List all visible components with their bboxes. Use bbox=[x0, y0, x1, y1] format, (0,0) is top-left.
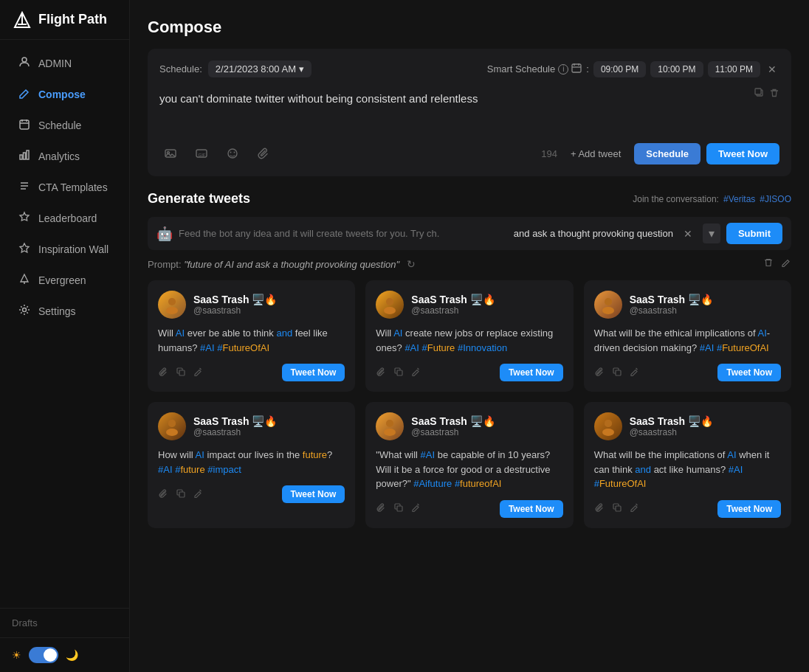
compose-icons: GIF bbox=[159, 142, 275, 164]
tweet-text[interactable]: you can't dominate twitter without being… bbox=[159, 91, 779, 108]
copy-tweet-icon[interactable] bbox=[612, 367, 622, 379]
hashtag-veritas[interactable]: #Veritas bbox=[723, 194, 755, 204]
sidebar-item-schedule[interactable]: Schedule bbox=[6, 111, 123, 140]
edit-tweet-icon[interactable] bbox=[411, 367, 421, 379]
smart-schedule-close[interactable]: ✕ bbox=[765, 63, 779, 75]
edit-tweet-icon[interactable] bbox=[630, 502, 640, 515]
delete-prompt-button[interactable] bbox=[763, 257, 774, 270]
prompt-bar: Prompt: "future of AI and ask a thought … bbox=[148, 257, 791, 270]
generate-input[interactable] bbox=[179, 228, 508, 239]
svg-point-38 bbox=[386, 298, 393, 305]
attach-tweet-icon[interactable] bbox=[376, 502, 386, 515]
edit-tweet-icon[interactable] bbox=[630, 367, 640, 379]
sidebar-item-analytics[interactable]: Analytics bbox=[6, 142, 123, 171]
join-conversation: Join the conversation: #Veritas #JISOO bbox=[633, 194, 791, 204]
calendar-icon[interactable] bbox=[571, 63, 582, 75]
time-badge-1[interactable]: 09:00 PM bbox=[593, 61, 646, 77]
generate-clear-button[interactable]: ✕ bbox=[679, 226, 697, 241]
edit-tweet-icon[interactable] bbox=[193, 488, 204, 501]
image-icon[interactable] bbox=[159, 142, 182, 164]
settings-icon bbox=[18, 304, 31, 319]
main-content: Compose Schedule: 2/21/2023 8:00 AM ▾ Sm… bbox=[130, 0, 809, 672]
moon-icon: 🌙 bbox=[66, 649, 78, 661]
attach-icon[interactable] bbox=[252, 142, 275, 164]
hashtag-jisoo[interactable]: #JISOO bbox=[760, 194, 791, 204]
copy-tweet-icon[interactable] bbox=[393, 367, 404, 379]
schedule-button[interactable]: Schedule bbox=[634, 143, 700, 164]
copy-tweet-icon[interactable] bbox=[176, 488, 186, 501]
sidebar-item-compose[interactable]: Compose bbox=[6, 80, 123, 109]
svg-point-48 bbox=[168, 420, 176, 427]
attach-tweet-icon[interactable] bbox=[158, 367, 168, 379]
tweet-card-now-button[interactable]: Tweet Now bbox=[717, 500, 781, 518]
tweet-handle: @saastrash bbox=[630, 427, 781, 437]
gif-icon[interactable]: GIF bbox=[190, 142, 213, 164]
tweet-card-header: SaaS Trash 🖥️🔥 @saastrash bbox=[158, 291, 345, 319]
sidebar-item-settings[interactable]: Settings bbox=[6, 297, 123, 326]
tweet-card-now-button[interactable]: Tweet Now bbox=[282, 485, 345, 503]
tweet-card-now-button[interactable]: Tweet Now bbox=[717, 364, 781, 381]
generate-dropdown-button[interactable]: ▾ bbox=[703, 224, 720, 243]
copy-tweet-icon[interactable] bbox=[393, 502, 404, 515]
edit-tweet-icon[interactable] bbox=[193, 367, 204, 379]
tweet-card-now-button[interactable]: Tweet Now bbox=[500, 364, 563, 381]
logo-icon bbox=[12, 10, 32, 30]
attach-tweet-icon[interactable] bbox=[376, 367, 386, 379]
theme-toggle[interactable] bbox=[29, 647, 58, 663]
schedule-date-picker[interactable]: 2/21/2023 8:00 AM ▾ bbox=[208, 60, 311, 77]
edit-tweet-icon[interactable] bbox=[411, 502, 421, 515]
svg-marker-14 bbox=[20, 243, 29, 252]
sidebar-item-label-evergreen: Evergreen bbox=[38, 274, 86, 286]
inspiration-wall-icon bbox=[18, 242, 31, 257]
copy-tweet-icon[interactable] bbox=[612, 502, 622, 515]
copy-tweet-icon[interactable] bbox=[176, 367, 186, 379]
svg-rect-10 bbox=[27, 150, 29, 159]
copy-icon[interactable] bbox=[754, 88, 765, 100]
schedule-left: Schedule: 2/21/2023 8:00 AM ▾ bbox=[159, 60, 311, 77]
tweet-body: What will be the implications of AI when… bbox=[594, 448, 781, 491]
tweet-footer: Tweet Now bbox=[594, 500, 781, 518]
tweet-card: SaaS Trash 🖥️🔥 @saastrash Will AI ever b… bbox=[148, 280, 355, 392]
sidebar-item-evergreen[interactable]: Evergreen bbox=[6, 266, 123, 295]
tweet-handle: @saastrash bbox=[411, 305, 562, 316]
tweet-body: What will be the ethical implications of… bbox=[594, 326, 781, 355]
tweet-user-info: SaaS Trash 🖥️🔥 @saastrash bbox=[193, 415, 345, 437]
tweet-card-now-button[interactable]: Tweet Now bbox=[500, 500, 563, 518]
time-badge-2[interactable]: 10:00 PM bbox=[650, 61, 703, 77]
attach-tweet-icon[interactable] bbox=[594, 367, 605, 379]
emoji-icon[interactable] bbox=[221, 142, 244, 164]
tweet-avatar bbox=[594, 412, 622, 440]
sidebar-item-cta-templates[interactable]: CTA Templates bbox=[6, 173, 123, 202]
generate-submit-button[interactable]: Submit bbox=[726, 223, 782, 244]
leaderboard-icon bbox=[18, 211, 31, 226]
tweet-card: SaaS Trash 🖥️🔥 @saastrash What will be t… bbox=[584, 280, 791, 392]
sidebar-item-label-schedule: Schedule bbox=[38, 119, 81, 131]
sidebar-item-inspiration-wall[interactable]: Inspiration Wall bbox=[6, 235, 123, 264]
sidebar-item-leaderboard[interactable]: Leaderboard bbox=[6, 204, 123, 233]
svg-rect-9 bbox=[24, 153, 26, 159]
tweet-body: "What will #AI be capable of in 10 years… bbox=[376, 448, 562, 491]
tweet-footer: Tweet Now bbox=[158, 485, 345, 503]
tweet-card-header: SaaS Trash 🖥️🔥 @saastrash bbox=[594, 412, 781, 440]
attach-tweet-icon[interactable] bbox=[158, 488, 168, 501]
time-badge-3[interactable]: 11:00 PM bbox=[708, 61, 760, 77]
tweet-username: SaaS Trash 🖥️🔥 bbox=[411, 415, 562, 427]
attach-tweet-icon[interactable] bbox=[594, 502, 605, 515]
generate-title: Generate tweets bbox=[148, 191, 250, 207]
schedule-right: Smart Schedule i : 09:00 PM 10:00 PM 11:… bbox=[487, 61, 779, 77]
tweet-card-now-button[interactable]: Tweet Now bbox=[282, 364, 345, 381]
edit-prompt-button[interactable] bbox=[781, 257, 791, 270]
char-count: 194 bbox=[541, 148, 557, 159]
toggle-knob bbox=[44, 648, 57, 662]
logo-text: Flight Path bbox=[38, 12, 107, 27]
prompt-display: Prompt: "future of AI and ask a thought … bbox=[148, 258, 416, 270]
tweet-now-button[interactable]: Tweet Now bbox=[706, 143, 779, 164]
sidebar-item-admin[interactable]: ADMIN bbox=[6, 49, 123, 78]
sidebar-bottom: ☀ 🌙 bbox=[0, 637, 129, 672]
add-tweet-button[interactable]: + Add tweet bbox=[563, 144, 628, 164]
tweet-username: SaaS Trash 🖥️🔥 bbox=[193, 294, 345, 305]
tweet-username: SaaS Trash 🖥️🔥 bbox=[630, 415, 781, 427]
trash-icon[interactable] bbox=[769, 88, 779, 100]
info-icon[interactable]: i bbox=[558, 64, 568, 75]
svg-point-42 bbox=[602, 307, 614, 314]
